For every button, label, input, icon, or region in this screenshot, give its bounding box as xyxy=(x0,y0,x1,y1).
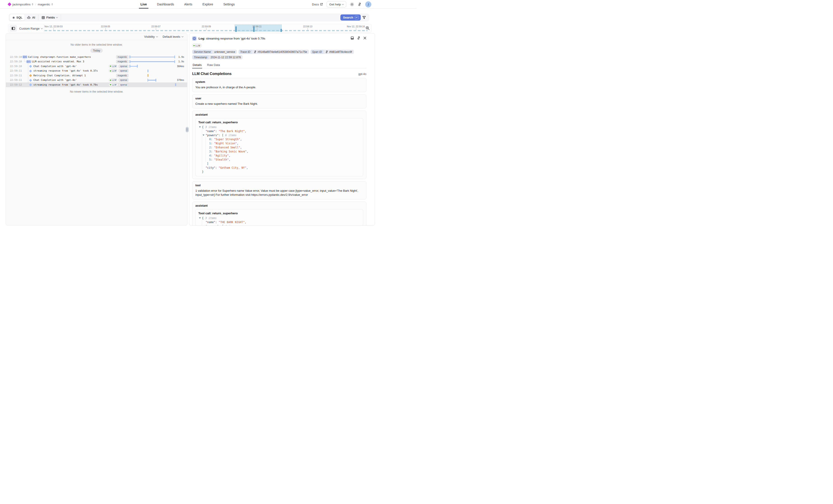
table-grid-icon xyxy=(42,16,45,19)
json-token-brace: [ xyxy=(222,134,225,137)
nav-tab-settings[interactable]: Settings xyxy=(222,0,237,8)
json-line: ] xyxy=(198,162,360,166)
ai-mode-button[interactable]: AI xyxy=(25,15,37,21)
project-switcher[interactable]: magentic xyxy=(38,3,53,6)
attribute-tag: magentic xyxy=(116,60,128,63)
fields-label: Fields xyxy=(46,16,55,19)
search-button[interactable]: Search ↵ xyxy=(340,15,361,21)
close-button[interactable] xyxy=(363,37,366,40)
collapse-chevron-icon[interactable] xyxy=(203,135,205,136)
visibility-dropdown[interactable]: Visibility xyxy=(144,35,158,39)
theme-brightness-button[interactable] xyxy=(350,2,354,6)
breadcrumb-separator: / xyxy=(35,3,36,6)
nav-tab-live[interactable]: Live xyxy=(139,0,148,8)
sidebar-toggle-button[interactable] xyxy=(10,25,17,32)
json-token-pln: : xyxy=(219,134,222,137)
collapse-chevron-icon[interactable] xyxy=(199,217,201,219)
log-row-time: 22:59:11 xyxy=(10,74,22,77)
log-row-time: 22:59:11 xyxy=(10,78,22,81)
robot-icon xyxy=(27,16,31,19)
log-detail-header: Log: streaming response from 'gpt-4o' to… xyxy=(192,36,375,41)
message-text: 1 validation error for Superhero name Va… xyxy=(195,189,363,197)
query-toolbar: ∗ SQL AI Fields Search ↵ xyxy=(9,14,369,21)
timeline-tick-label: Nov 12, 22:59:16 xyxy=(347,25,365,28)
field-value: #9146a6974e4e6140538043607a71c75e xyxy=(252,50,309,54)
collapse-count: 5 xyxy=(29,60,30,63)
ai-label: AI xyxy=(32,16,35,19)
collapse-minus-icon xyxy=(23,56,25,58)
get-help-button[interactable]: Get help xyxy=(327,1,346,7)
magnifier-plus-icon xyxy=(365,26,370,30)
tab-details[interactable]: Details xyxy=(192,62,202,68)
collapse-badge[interactable]: 6 xyxy=(22,55,27,58)
log-row[interactable]: 22:59:106Calling chatprompt-function mak… xyxy=(6,55,187,59)
collapse-minus-icon xyxy=(27,61,29,63)
log-row[interactable]: 22:59:11streaming response from 'gpt-4o'… xyxy=(6,69,187,73)
log-row-time: 22:59:12 xyxy=(10,83,22,86)
field-value: #fd81e8f78c4ecc9f xyxy=(324,50,354,54)
query-input[interactable] xyxy=(62,15,340,21)
event-tick-bar xyxy=(175,83,176,86)
nav-tab-dashboards[interactable]: Dashboards xyxy=(156,0,176,8)
duration-span-bar xyxy=(147,80,156,80)
log-row-bars xyxy=(129,73,181,78)
llm-badge-label: LLM xyxy=(195,44,200,47)
message-role: assistant xyxy=(195,113,363,116)
json-token-pln: : xyxy=(211,146,214,149)
section-header: LLM Chat Completions gpt-4o xyxy=(192,72,366,76)
message-role: user xyxy=(195,97,363,100)
log-row[interactable]: 22:59:12streaming response from 'gpt-4o'… xyxy=(6,82,187,87)
json-token-pln: : xyxy=(211,154,214,157)
json-line: "name": "THE BARK NIGHT", xyxy=(198,220,360,224)
link-icon xyxy=(358,2,361,6)
json-line: "powers": [ 6 items xyxy=(198,133,360,137)
tab-raw-data[interactable]: Raw Data xyxy=(207,62,220,68)
expand-panel-button[interactable] xyxy=(351,37,354,40)
json-token-str: "Gotham City, NY" xyxy=(219,166,246,169)
log-detail-panel: Log: streaming response from 'gpt-4o' to… xyxy=(189,33,375,225)
log-row[interactable]: 22:59:11Chat Completion with 'gpt-4o'LLM… xyxy=(6,78,187,82)
log-fields: Service Nameunknown_serviceTrace ID#9146… xyxy=(192,50,375,59)
share-link-button[interactable] xyxy=(358,2,361,6)
link-icon xyxy=(325,50,328,53)
message-text: You are professor A, in charge of the A-… xyxy=(195,86,363,90)
json-token-pln: : xyxy=(211,158,214,161)
sql-mode-button[interactable]: ∗ SQL xyxy=(10,15,25,21)
timeline-plot[interactable]: Nov 12, 22:59:0322:59:0522:59:0722:59:09… xyxy=(45,24,367,33)
time-range-selector[interactable]: Custom Range xyxy=(19,24,43,33)
duration-span-bar xyxy=(129,57,175,57)
histogram-bar xyxy=(253,26,255,32)
green-dot-icon xyxy=(110,70,111,72)
filter-button[interactable] xyxy=(362,16,366,19)
nav-tab-alerts[interactable]: Alerts xyxy=(183,0,194,8)
field-pill-timestamp: Timestamp2024-11-12 22:59:12.876 xyxy=(192,55,243,59)
org-switcher[interactable]: jackmpcollins xyxy=(13,3,34,6)
log-row-tags: LLMopenai xyxy=(109,78,128,82)
toolbar-divider xyxy=(38,15,39,21)
today-pill[interactable]: Today xyxy=(90,48,102,53)
log-list-panel: Visibility Default levels No older items… xyxy=(6,33,188,225)
log-row[interactable]: 22:59:11Retrying Chat Completion. Attemp… xyxy=(6,73,187,78)
copy-link-button[interactable] xyxy=(357,36,360,40)
log-row-message: Chat Completion with 'gpt-4o' xyxy=(33,78,77,81)
log-row[interactable]: 22:59:10Chat Completion with 'gpt-4o'LLM… xyxy=(6,64,187,69)
log-row-tags: magentic xyxy=(116,55,128,59)
log-row[interactable]: 22:59:105LLM-assisted retries enabled. M… xyxy=(6,59,187,64)
panel-resize-handle[interactable] xyxy=(186,127,189,132)
docs-link[interactable]: Docs xyxy=(312,3,323,6)
enter-key-icon: ↵ xyxy=(355,16,359,19)
json-token-brace: { xyxy=(202,125,205,129)
field-label: Span ID xyxy=(311,50,324,54)
log-row-duration: 1.9s xyxy=(178,60,185,63)
zoom-in-button[interactable] xyxy=(365,26,370,30)
fields-button[interactable]: Fields xyxy=(39,15,60,21)
nav-tab-explore[interactable]: Explore xyxy=(201,0,215,8)
field-value-text: #9146a6974e4e6140538043607a71c75e xyxy=(258,50,307,53)
today-divider: Today xyxy=(6,48,187,53)
chat-messages: systemYou are professor A, in charge of … xyxy=(192,78,366,225)
collapse-chevron-icon[interactable] xyxy=(199,126,201,127)
levels-dropdown[interactable]: Default levels xyxy=(163,35,183,39)
collapse-badge[interactable]: 5 xyxy=(26,60,31,63)
timeline-tick-label: Nov 12, 22:59:03 xyxy=(45,25,63,28)
avatar[interactable]: J xyxy=(365,1,371,7)
